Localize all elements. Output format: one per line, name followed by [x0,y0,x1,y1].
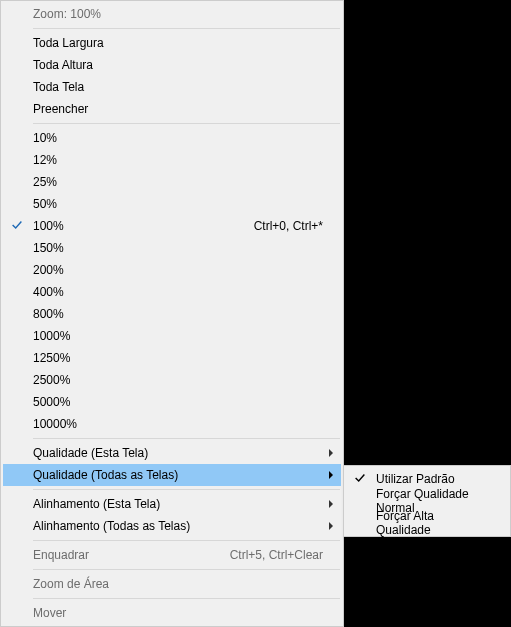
menu-item-quality-all-screens[interactable]: Qualidade (Todas as Telas) [3,464,341,486]
menu-item-zoom-1250[interactable]: 1250% [3,347,341,369]
menu-item-shortcut: Ctrl+0, Ctrl+* [254,219,323,233]
menu-item-label: Forçar Alta Qualidade [376,509,490,537]
menu-item-zoom-400[interactable]: 400% [3,281,341,303]
menu-item-label: 400% [33,285,323,299]
menu-item-label: 50% [33,197,323,211]
menu-item-label: Alinhamento (Todas as Telas) [33,519,323,533]
menu-separator [33,598,340,599]
zoom-context-menu: Zoom: 100% Toda Largura Toda Altura Toda… [0,0,344,627]
menu-item-label: 1000% [33,329,323,343]
quality-submenu: Utilizar Padrão Forçar Qualidade Normal … [343,465,511,537]
submenu-item-force-high-quality[interactable]: Forçar Alta Qualidade [346,512,508,534]
menu-separator [33,540,340,541]
checkmark-icon [10,218,26,234]
menu-header: Zoom: 100% [3,3,341,25]
menu-item-zoom-10[interactable]: 10% [3,127,341,149]
menu-item-zoom-800[interactable]: 800% [3,303,341,325]
menu-item-label: 200% [33,263,323,277]
menu-item-label: 2500% [33,373,323,387]
menu-item-label: Toda Largura [33,36,323,50]
menu-header-label: Zoom: 100% [33,7,323,21]
menu-item-zoom-200[interactable]: 200% [3,259,341,281]
menu-item-alignment-all-screens[interactable]: Alinhamento (Todas as Telas) [3,515,341,537]
menu-item-whole-height[interactable]: Toda Altura [3,54,341,76]
chevron-right-icon [327,471,335,479]
menu-item-label: 5000% [33,395,323,409]
menu-item-fit-frame: Enquadrar Ctrl+5, Ctrl+Clear [3,544,341,566]
menu-item-zoom-area: Zoom de Área [3,573,341,595]
menu-item-zoom-10000[interactable]: 10000% [3,413,341,435]
menu-item-fill[interactable]: Preencher [3,98,341,120]
menu-item-quality-this-screen[interactable]: Qualidade (Esta Tela) [3,442,341,464]
menu-item-label: 800% [33,307,323,321]
menu-item-label: 12% [33,153,323,167]
menu-item-label: Toda Altura [33,58,323,72]
checkmark-icon [353,471,369,487]
menu-separator [33,438,340,439]
menu-item-zoom-50[interactable]: 50% [3,193,341,215]
menu-item-label: 100% [33,219,246,233]
menu-item-label: Preencher [33,102,323,116]
menu-item-label: Zoom de Área [33,577,323,591]
menu-item-label: Alinhamento (Esta Tela) [33,497,323,511]
menu-item-label: 150% [33,241,323,255]
menu-item-zoom-25[interactable]: 25% [3,171,341,193]
menu-separator [33,28,340,29]
menu-item-zoom-1000[interactable]: 1000% [3,325,341,347]
menu-item-label: Mover [33,606,323,620]
menu-item-label: 25% [33,175,323,189]
menu-item-zoom-150[interactable]: 150% [3,237,341,259]
menu-item-label: Qualidade (Esta Tela) [33,446,323,460]
chevron-right-icon [327,500,335,508]
menu-separator [33,489,340,490]
menu-item-label: 1250% [33,351,323,365]
menu-item-zoom-2500[interactable]: 2500% [3,369,341,391]
menu-item-alignment-this-screen[interactable]: Alinhamento (Esta Tela) [3,493,341,515]
menu-item-label: Utilizar Padrão [376,472,490,486]
menu-item-label: 10% [33,131,323,145]
menu-item-label: Toda Tela [33,80,323,94]
menu-item-zoom-5000[interactable]: 5000% [3,391,341,413]
menu-item-move: Mover [3,602,341,624]
chevron-right-icon [327,449,335,457]
menu-item-label: Qualidade (Todas as Telas) [33,468,323,482]
menu-separator [33,569,340,570]
menu-separator [33,123,340,124]
chevron-right-icon [327,522,335,530]
menu-item-whole-screen[interactable]: Toda Tela [3,76,341,98]
menu-item-label: Enquadrar [33,548,222,562]
menu-item-shortcut: Ctrl+5, Ctrl+Clear [230,548,323,562]
menu-item-zoom-100[interactable]: 100% Ctrl+0, Ctrl+* [3,215,341,237]
menu-item-whole-width[interactable]: Toda Largura [3,32,341,54]
menu-item-zoom-12[interactable]: 12% [3,149,341,171]
menu-item-label: 10000% [33,417,323,431]
